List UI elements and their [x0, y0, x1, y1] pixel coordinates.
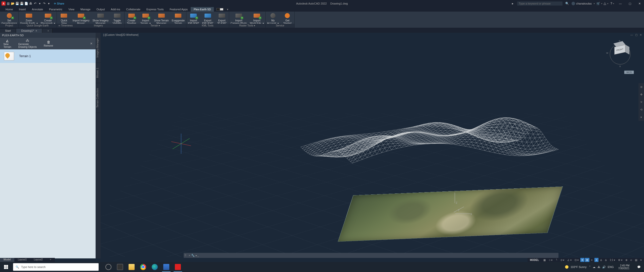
btn-show-imagery-mgr[interactable]: Show Imagery Manager: [91, 13, 110, 25]
plot-icon[interactable]: 📄: [24, 2, 28, 6]
minimize-button[interactable]: —: [617, 0, 624, 7]
tab-annotate[interactable]: Annotate: [29, 7, 46, 12]
btn-import-imagery-mosaic[interactable]: +Import Imagery Mosaic: [71, 13, 91, 25]
tray-net-icon[interactable]: 🖧: [597, 265, 600, 269]
sb-quick-icon[interactable]: ▤: [634, 258, 638, 262]
btn-import-world[interactable]: +Import World File ▾: [248, 13, 265, 25]
app-manager[interactable]: [160, 262, 172, 272]
sb-gear-icon[interactable]: ⚙ ▾: [617, 258, 624, 262]
tab-home[interactable]: Home: [3, 7, 16, 12]
save-icon[interactable]: 💾: [15, 2, 19, 6]
btn-remove[interactable]: 🗑Remove: [40, 40, 57, 47]
sb-ws-icon[interactable]: ⊕: [624, 258, 629, 262]
cmd-handle-icon[interactable]: ⠿: [184, 254, 187, 257]
tray-up-icon[interactable]: ˄: [589, 265, 591, 269]
tab-view[interactable]: View: [65, 7, 77, 12]
tray-lang[interactable]: ENG: [608, 265, 614, 269]
new-tab-button[interactable]: +: [42, 29, 53, 33]
viewcube-cube[interactable]: FRONT: [614, 46, 626, 56]
undo-icon[interactable]: ↶: [33, 2, 37, 6]
sb-dyn-icon[interactable]: ⊞: [585, 258, 589, 262]
tab-layout1[interactable]: Layout1: [14, 258, 30, 262]
btn-zoom-ge[interactable]: Zoom Google Earth ▾: [19, 13, 39, 25]
nav-wheel-icon[interactable]: ⊚: [638, 83, 644, 91]
sb-scale[interactable]: 1:1 ▾: [609, 258, 617, 262]
clock[interactable]: 2:45 PM 7/30/2021: [616, 264, 632, 270]
theme-switcher[interactable]: ▾: [216, 7, 231, 12]
maximize-button[interactable]: ▢: [626, 0, 633, 7]
help-search-input[interactable]: [517, 2, 562, 6]
taskview-button[interactable]: [103, 262, 114, 272]
tab-drawing1[interactable]: Drawing1*×: [16, 29, 42, 33]
btn-toggle-visibility[interactable]: Toggle Visibility: [110, 13, 124, 25]
tab-manage[interactable]: Manage: [77, 7, 94, 12]
app-chrome[interactable]: [137, 262, 149, 272]
sb-ortho-icon[interactable]: └: [554, 258, 558, 262]
sb-units-icon[interactable]: ⎚: [629, 258, 633, 262]
sb-osnap-icon[interactable]: ⊡ ▾: [573, 258, 580, 262]
tab-layout2[interactable]: Layout2: [30, 258, 46, 262]
viewcube[interactable]: FRONT N S W: [606, 40, 634, 68]
btn-exaggerate-terrain[interactable]: Exaggerate Terrain: [170, 13, 186, 25]
btn-create-timeline[interactable]: +Create Timeline: [125, 13, 139, 25]
btn-show-terrain-mgr[interactable]: Show Terrain Manager: [153, 13, 170, 25]
close-button[interactable]: ✕: [636, 0, 643, 7]
command-line[interactable]: ⠿ ×🔧▸_: [184, 253, 558, 258]
viewcube-n[interactable]: N: [619, 40, 620, 42]
taskbar-search[interactable]: 🔍 Type here to search: [13, 263, 99, 271]
open-icon[interactable]: 📂: [11, 2, 15, 6]
sb-grid-icon[interactable]: ▦: [542, 258, 547, 262]
viewport[interactable]: [-][Custom View][2D Wireframe] —▢✕ X Y Z…: [101, 33, 644, 258]
btn-get-started[interactable]: Get Started: [280, 13, 294, 25]
close-tab-icon[interactable]: ×: [35, 29, 37, 32]
sb-3dosnap-icon[interactable]: ⧈: [580, 258, 584, 262]
terrain-wireframe[interactable]: [352, 73, 558, 204]
user-menu[interactable]: chanakoulas▾: [572, 2, 595, 5]
sb-lw-icon[interactable]: ≡: [590, 258, 594, 262]
btn-new-terrain[interactable]: ◭New Terrain: [0, 39, 15, 48]
terrain-item-1[interactable]: Terrain 1: [0, 49, 96, 63]
sb-anno-vis-icon[interactable]: ⅄: [594, 258, 598, 262]
add-layout-button[interactable]: +: [46, 258, 55, 262]
tab-parametric[interactable]: Parametric: [46, 7, 65, 12]
sb-custom-icon[interactable]: ≡: [639, 258, 643, 262]
a360-icon[interactable]: ⧋▾: [604, 2, 608, 6]
vp-max-icon[interactable]: ▢: [634, 33, 638, 37]
tab-featuredapps[interactable]: Featured Apps: [167, 7, 191, 12]
app-explorer[interactable]: [126, 262, 137, 272]
cmd-close-icon[interactable]: ×: [189, 254, 190, 257]
cart-icon[interactable]: 🛒▾: [597, 2, 601, 6]
tab-addins[interactable]: Add-ins: [108, 7, 123, 12]
tab-insert[interactable]: Insert: [16, 7, 29, 12]
vp-min-icon[interactable]: —: [630, 33, 633, 37]
vtab-imagery-mgr[interactable]: Imagery Manager: [96, 33, 101, 63]
btn-export-3dkmz[interactable]: Export 3D KMZ: [215, 13, 229, 25]
btn-my-account[interactable]: My Account ▾: [266, 13, 280, 25]
share-link[interactable]: ✈ Share: [54, 2, 64, 5]
btn-import-terrain[interactable]: +Import Terrain ▾: [139, 13, 153, 25]
app-edge[interactable]: [149, 262, 160, 272]
viewcube-w[interactable]: W: [606, 52, 608, 54]
sb-polar-icon[interactable]: ⊙ ▾: [559, 258, 566, 262]
nav-zoom-icon[interactable]: ⤧: [638, 98, 644, 106]
redo-drop-icon[interactable]: ▾: [47, 2, 51, 6]
print-icon[interactable]: 🖶: [29, 2, 33, 6]
tab-plexearth[interactable]: Plex-Earth 5D: [191, 7, 214, 12]
vp-close-icon[interactable]: ✕: [639, 33, 642, 37]
tab-collaborate[interactable]: Collaborate: [123, 7, 143, 12]
btn-set-georeference[interactable]: +Set Georeference: [0, 13, 18, 25]
panel-close-icon[interactable]: ✕: [90, 42, 96, 45]
btn-create-placemark[interactable]: +Create Placemark ▾: [39, 13, 57, 25]
panel-title-raster[interactable]: Raster Tools ▾: [229, 24, 265, 28]
search-icon[interactable]: 🔍: [565, 2, 569, 6]
cmd-wrench-icon[interactable]: 🔧: [191, 254, 195, 257]
start-button[interactable]: [0, 262, 12, 272]
undo-drop-icon[interactable]: ▾: [38, 2, 42, 6]
tray-vol-icon[interactable]: 🔊: [602, 265, 606, 269]
btn-generate-objects[interactable]: ⁂Generate Drawing Objects: [15, 39, 40, 48]
help-icon[interactable]: ?▾: [610, 2, 614, 6]
viewcube-s[interactable]: S: [619, 65, 621, 67]
wcs-badge[interactable]: WCS: [624, 71, 634, 74]
status-mode[interactable]: MODEL: [528, 259, 542, 261]
sb-anno-scale-icon[interactable]: ᐃ: [604, 258, 608, 262]
